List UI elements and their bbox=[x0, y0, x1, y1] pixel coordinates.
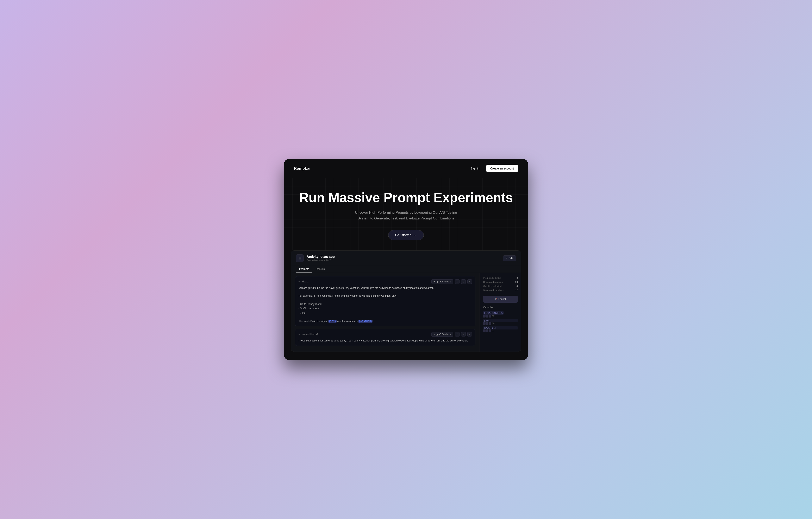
logo: Rompt.ai bbox=[294, 166, 310, 171]
launch-button[interactable]: 🚀 Launch bbox=[483, 296, 518, 303]
view-icon-2[interactable]: ⊡ bbox=[461, 332, 466, 336]
stat-row-variables-selected: Variables selected 4 bbox=[483, 284, 518, 288]
variable-item-location: LOCATION/AREA 12 bbox=[483, 311, 518, 317]
variable-count-val-city: 10 bbox=[492, 322, 494, 325]
pencil-icon-2: ✏ bbox=[298, 333, 300, 336]
app-icon: ⊞ bbox=[296, 254, 304, 262]
sign-in-button[interactable]: Sign in bbox=[468, 165, 482, 172]
tab-results[interactable]: Results bbox=[312, 265, 328, 273]
prompt-text-2: I need suggestions for activities to do … bbox=[298, 339, 472, 343]
header-actions: Sign in Create an account bbox=[468, 165, 518, 172]
variable-dots-weather bbox=[483, 330, 491, 332]
variable-tag-city: {CITY} bbox=[483, 319, 518, 322]
variables-selected-label: Variables selected bbox=[483, 285, 501, 287]
prompt-label-1: ✏ Idea 1 bbox=[298, 280, 309, 283]
model-name-2: gpt-3.5-turbo bbox=[436, 333, 449, 335]
settings-icon-2[interactable]: ⚙ bbox=[455, 332, 460, 336]
variable-tag-weather: {WEATHER} bbox=[483, 326, 518, 330]
prompt-label-2: ✏ Prompt Item x2 bbox=[298, 333, 318, 336]
variables-section: Variables LOCATION/AREA 12 {CITY} bbox=[483, 306, 518, 332]
rocket-icon: 🚀 bbox=[494, 298, 497, 300]
model-select-2[interactable]: ✦ gpt-3.5-turbo ∨ bbox=[431, 332, 453, 337]
prompt-controls-2: ✦ gpt-3.5-turbo ∨ ⚙ ⊡ ✕ bbox=[431, 332, 472, 337]
variable-count-val-weather: 11 bbox=[492, 330, 494, 332]
prompt-controls-1: ✦ gpt-3.5-turbo ∨ ⚙ ⊡ ✕ bbox=[431, 279, 472, 284]
app-content: ✏ Idea 1 ✦ gpt-3.5-turbo ∨ ⚙ ⊡ ✕ bbox=[291, 273, 521, 352]
app-icon-title: ⊞ Activity ideas app Created on May 9, 2… bbox=[296, 254, 335, 262]
dropdown-icon: ∨ bbox=[450, 280, 452, 283]
prompts-area: ✏ Idea 1 ✦ gpt-3.5-turbo ∨ ⚙ ⊡ ✕ bbox=[291, 273, 480, 352]
get-started-button[interactable]: Get started → bbox=[388, 230, 424, 240]
hero-subtitle: Uncover High-Performing Prompts by Lever… bbox=[352, 210, 460, 221]
model-icon-2: ✦ bbox=[433, 333, 435, 336]
view-icon-1[interactable]: ⊡ bbox=[461, 279, 466, 284]
hero-section: Run Massive Prompt Experiments Uncover H… bbox=[284, 178, 528, 250]
generated-variables-label: Generated variables bbox=[483, 289, 503, 292]
variable-count-val-location: 12 bbox=[492, 315, 494, 317]
hero-title: Run Massive Prompt Experiments bbox=[294, 190, 518, 205]
app-title-wrapper: Activity ideas app Created on May 9, 202… bbox=[307, 255, 335, 262]
prompts-selected-value: 3 bbox=[517, 277, 518, 279]
city-variable: {CITY} bbox=[328, 320, 337, 323]
prompt-card-2: ✏ Prompt Item x2 ✦ gpt-3.5-turbo ∨ ⚙ ⊡ ✕ bbox=[295, 329, 475, 346]
generated-prompts-value: 90 bbox=[515, 281, 518, 283]
prompt-id-2: Prompt Item x2 bbox=[302, 333, 318, 336]
variables-title: Variables bbox=[483, 306, 518, 309]
create-account-button[interactable]: Create an account bbox=[486, 165, 518, 172]
get-started-label: Get started bbox=[395, 233, 411, 237]
launch-label: Launch bbox=[498, 298, 506, 301]
tabs-bar: Prompts Results bbox=[291, 265, 521, 273]
variable-dots-location bbox=[483, 315, 491, 317]
stats-section: Prompts selected 3 Generated prompts 90 … bbox=[483, 276, 518, 292]
variable-count-location: 12 bbox=[483, 315, 518, 317]
prompt-text-1: You are going to be the the travel guide… bbox=[298, 286, 472, 323]
prompt-card-1-header: ✏ Idea 1 ✦ gpt-3.5-turbo ∨ ⚙ ⊡ ✕ bbox=[298, 279, 472, 284]
arrow-right-icon: → bbox=[414, 233, 417, 237]
variable-tag-location: LOCATION/AREA bbox=[483, 311, 504, 315]
variable-count-weather: 11 bbox=[483, 330, 518, 332]
variables-selected-value: 4 bbox=[517, 285, 518, 287]
app-preview-header: ⊞ Activity ideas app Created on May 9, 2… bbox=[291, 251, 521, 265]
dropdown-icon-2: ∨ bbox=[450, 333, 452, 336]
prompt-card-2-header: ✏ Prompt Item x2 ✦ gpt-3.5-turbo ∨ ⚙ ⊡ ✕ bbox=[298, 332, 472, 337]
stat-row-generated-variables: Generated variables 12 bbox=[483, 288, 518, 292]
app-icon-glyph: ⊞ bbox=[298, 256, 301, 260]
close-icon-1[interactable]: ✕ bbox=[467, 279, 472, 284]
header: Rompt.ai Sign in Create an account bbox=[284, 159, 528, 178]
prompt-card-1: ✏ Idea 1 ✦ gpt-3.5-turbo ∨ ⚙ ⊡ ✕ bbox=[295, 276, 475, 326]
app-created: Created on May 9, 2023 bbox=[307, 259, 335, 262]
generated-variables-value: 12 bbox=[515, 289, 518, 292]
pencil-icon: ✏ bbox=[298, 280, 300, 283]
edit-label: Edit bbox=[509, 257, 513, 260]
prompts-selected-label: Prompts selected bbox=[483, 277, 501, 279]
variable-dots-city bbox=[483, 322, 491, 325]
stat-row-generated-prompts: Generated prompts 90 bbox=[483, 280, 518, 284]
variable-count-city: 10 bbox=[483, 322, 518, 325]
tab-prompts[interactable]: Prompts bbox=[296, 265, 312, 273]
prompt-id-1: Idea 1 bbox=[302, 280, 309, 283]
model-select-1[interactable]: ✦ gpt-3.5-turbo ∨ bbox=[431, 279, 453, 284]
app-preview: ⊞ Activity ideas app Created on May 9, 2… bbox=[291, 250, 521, 352]
generated-prompts-label: Generated prompts bbox=[483, 281, 503, 283]
stat-row-prompts-selected: Prompts selected 3 bbox=[483, 276, 518, 280]
chevron-icon: ∨ bbox=[506, 257, 508, 260]
variable-item-city: {CITY} 10 bbox=[483, 319, 518, 325]
main-container: Rompt.ai Sign in Create an account Run M… bbox=[284, 159, 528, 360]
edit-button[interactable]: ∨ Edit bbox=[503, 255, 516, 261]
app-title: Activity ideas app bbox=[307, 255, 335, 259]
close-icon-2[interactable]: ✕ bbox=[467, 332, 472, 336]
model-name-1: gpt-3.5-turbo bbox=[436, 280, 449, 283]
weather-variable: {WEATHER} bbox=[358, 320, 373, 323]
settings-icon-1[interactable]: ⚙ bbox=[455, 279, 460, 284]
right-panel: Prompts selected 3 Generated prompts 90 … bbox=[480, 273, 521, 352]
variable-item-weather: {WEATHER} 11 bbox=[483, 326, 518, 332]
model-icon: ✦ bbox=[433, 280, 435, 283]
